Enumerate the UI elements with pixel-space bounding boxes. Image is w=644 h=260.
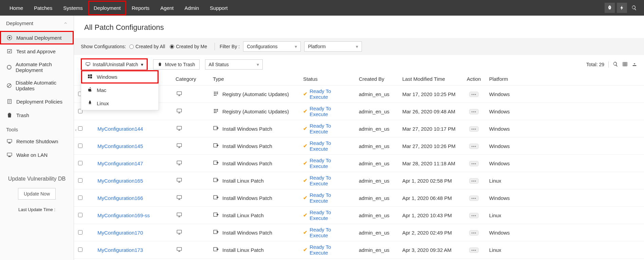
nav-patches[interactable]: Patches xyxy=(29,1,58,15)
row-checkbox[interactable] xyxy=(78,247,82,252)
search-icon[interactable] xyxy=(613,61,618,68)
dropdown-item-mac[interactable]: Mac xyxy=(81,83,159,97)
dropdown-item-windows[interactable]: Windows xyxy=(81,70,159,83)
sidebar-section-tools[interactable]: Tools xyxy=(0,122,74,134)
row-checkbox[interactable] xyxy=(78,196,82,200)
action-menu-button[interactable]: ••• xyxy=(469,213,479,218)
nav-reports[interactable]: Reports xyxy=(126,1,155,15)
created-by-cell: admin_en_us xyxy=(355,120,398,137)
svg-point-45 xyxy=(214,112,215,113)
top-nav: HomePatchesSystemsDeploymentReportsAgent… xyxy=(0,0,644,16)
status-link[interactable]: Ready To Execute xyxy=(310,244,351,256)
status-link[interactable]: Ready To Execute xyxy=(310,157,351,169)
sidebar-item-deployment-policies[interactable]: Deployment Policies xyxy=(0,95,74,108)
action-menu-button[interactable]: ••• xyxy=(469,92,479,97)
status-link[interactable]: Ready To Execute xyxy=(310,106,351,117)
search-icon[interactable] xyxy=(629,3,639,13)
sidebar-item-label: Trash xyxy=(16,112,29,118)
col-header-created-by[interactable]: Created By xyxy=(355,73,398,86)
radio-created-by-me[interactable]: Created by Me xyxy=(170,44,207,49)
radio-created-by-all-input[interactable] xyxy=(129,44,134,49)
status-link[interactable]: Ready To Execute xyxy=(310,140,351,152)
status-check-icon: ✔ xyxy=(303,143,308,149)
type-icon xyxy=(213,160,219,167)
col-header-status[interactable]: Status xyxy=(299,73,355,86)
svg-rect-11 xyxy=(8,143,11,144)
sidebar-item-automate-patch-deployment[interactable]: Automate Patch Deployment xyxy=(0,58,74,76)
table-view-icon[interactable] xyxy=(622,61,628,68)
sidebar-tool-wake-on-lan[interactable]: Wake on LAN xyxy=(0,148,74,162)
col-header-type[interactable]: Type xyxy=(209,73,299,86)
action-menu-button[interactable]: ••• xyxy=(469,126,479,132)
status-link[interactable]: Ready To Execute xyxy=(310,175,351,186)
sidebar-item-trash[interactable]: Trash xyxy=(0,108,74,122)
configuration-link[interactable]: MyConfiguration147 xyxy=(97,161,143,166)
action-menu-button[interactable]: ••• xyxy=(469,196,479,201)
sidebar-item-disable-automatic-updates[interactable]: Disable Automatic Updates xyxy=(0,76,74,95)
row-checkbox[interactable] xyxy=(78,230,82,235)
status-link[interactable]: Ready To Execute xyxy=(310,209,351,221)
configuration-link[interactable]: MyConfiguration144 xyxy=(97,126,143,132)
nav-deployment[interactable]: Deployment xyxy=(88,1,126,15)
action-menu-button[interactable]: ••• xyxy=(469,161,479,166)
type-label: Registry (Automatic Updates) xyxy=(222,109,289,114)
svg-rect-17 xyxy=(90,74,92,76)
nav-support[interactable]: Support xyxy=(204,1,233,15)
status-link[interactable]: Ready To Execute xyxy=(310,192,351,204)
platform-cell: Linux xyxy=(485,207,644,224)
status-link[interactable]: Ready To Execute xyxy=(310,88,351,100)
action-menu-button[interactable]: ••• xyxy=(469,144,479,149)
col-header-category[interactable]: Category xyxy=(171,73,209,86)
svg-point-43 xyxy=(216,110,217,111)
status-link[interactable]: Ready To Execute xyxy=(310,227,351,238)
nav-home[interactable]: Home xyxy=(4,1,29,15)
move-to-trash-button[interactable]: Move to Trash xyxy=(153,59,200,70)
row-checkbox[interactable] xyxy=(78,126,82,131)
configuration-link[interactable]: MyConfiguration166 xyxy=(97,195,143,201)
row-checkbox[interactable] xyxy=(78,161,82,165)
status-link[interactable]: Ready To Execute xyxy=(310,123,351,134)
configuration-link[interactable]: MyConfiguration173 xyxy=(97,247,143,253)
radio-created-by-me-input[interactable] xyxy=(170,44,174,49)
filter-configurations-value: Configurations xyxy=(247,44,277,49)
col-header-action[interactable]: Action xyxy=(463,73,485,86)
row-checkbox[interactable] xyxy=(78,213,82,217)
all-status-select[interactable]: All Status ▾ xyxy=(205,59,263,70)
filter-configurations-select[interactable]: Configurations ▾ xyxy=(243,41,301,52)
col-header-last-modified[interactable]: Last Modified Time xyxy=(398,73,463,86)
action-menu-button[interactable]: ••• xyxy=(469,247,479,253)
filter-platform-select[interactable]: Platform ▾ xyxy=(304,41,362,52)
rocket-icon[interactable] xyxy=(605,3,615,13)
configuration-link[interactable]: MyConfiguration170 xyxy=(97,230,143,236)
category-computer-icon xyxy=(176,127,183,132)
svg-rect-59 xyxy=(177,178,182,181)
install-uninstall-patch-button[interactable]: Install/Uninstall Patch ▾ xyxy=(81,58,148,71)
row-checkbox[interactable] xyxy=(78,144,82,148)
action-menu-button[interactable]: ••• xyxy=(469,109,479,114)
col-header-platform[interactable]: Platform xyxy=(485,73,644,86)
nav-admin[interactable]: Admin xyxy=(179,1,205,15)
nav-agent[interactable]: Agent xyxy=(155,1,179,15)
configuration-link[interactable]: MyConfiguration145 xyxy=(97,143,143,149)
sidebar-tool-remote-shutdown[interactable]: Remote Shutdown xyxy=(0,134,74,148)
export-icon[interactable] xyxy=(632,61,637,68)
sidebar-item-test-and-approve[interactable]: Test and Approve xyxy=(0,44,74,58)
nav-systems[interactable]: Systems xyxy=(58,1,88,15)
dropdown-item-linux[interactable]: Linux xyxy=(81,97,159,110)
radio-created-by-all[interactable]: Created by All xyxy=(129,44,165,49)
action-menu-button[interactable]: ••• xyxy=(469,178,479,184)
type-icon xyxy=(213,108,219,115)
row-checkbox[interactable] xyxy=(78,178,82,183)
table-row: MyConfiguration145Install Windows Patch✔… xyxy=(74,137,644,155)
bolt-icon[interactable] xyxy=(617,3,627,13)
sidebar-section-deployment[interactable]: Deployment xyxy=(0,16,74,31)
update-now-button[interactable]: Update Now xyxy=(18,188,56,200)
configuration-link[interactable]: MyConfiguration169-ss xyxy=(97,212,150,218)
type-icon xyxy=(213,246,219,254)
configuration-link[interactable]: MyConfiguration165 xyxy=(97,178,143,184)
sidebar-item-manual-deployment[interactable]: Manual Deployment xyxy=(0,31,74,44)
configuration-name-cell: MyConfiguration170 xyxy=(87,224,171,241)
action-menu-button[interactable]: ••• xyxy=(469,230,479,236)
sidebar-collapse-handle[interactable]: ‹‹ xyxy=(75,128,76,132)
sidebar-item-icon xyxy=(6,112,13,118)
